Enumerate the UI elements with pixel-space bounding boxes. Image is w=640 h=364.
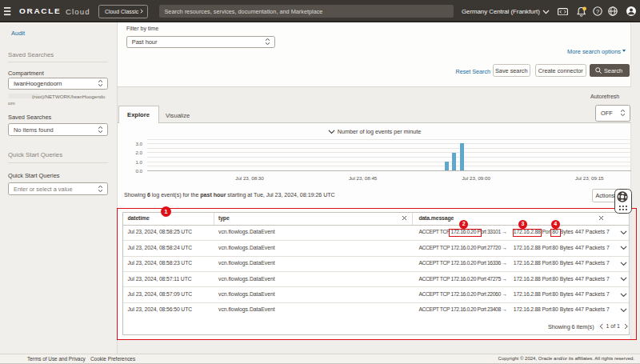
svg-text:?: ? — [595, 8, 598, 15]
